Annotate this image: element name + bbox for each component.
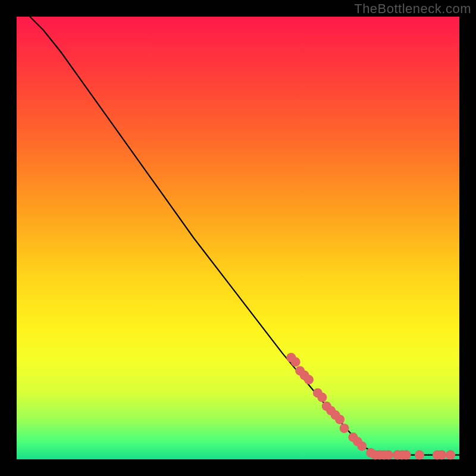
marker-point	[415, 450, 424, 460]
marker-point	[340, 424, 349, 433]
chart-svg	[17, 17, 459, 459]
marker-point	[384, 450, 393, 460]
marker-point	[357, 441, 367, 451]
marker-point	[446, 450, 455, 460]
highlighted-markers	[286, 353, 455, 460]
marker-point	[317, 393, 327, 402]
marker-point	[304, 375, 314, 384]
marker-point	[291, 357, 300, 367]
watermark-text: TheBottleneck.com	[354, 1, 471, 17]
bottleneck-curve	[30, 17, 459, 455]
marker-point	[402, 450, 411, 460]
plot-area	[17, 17, 459, 459]
marker-point	[335, 415, 345, 424]
marker-point	[437, 450, 446, 460]
chart-frame: TheBottleneck.com	[0, 0, 476, 476]
